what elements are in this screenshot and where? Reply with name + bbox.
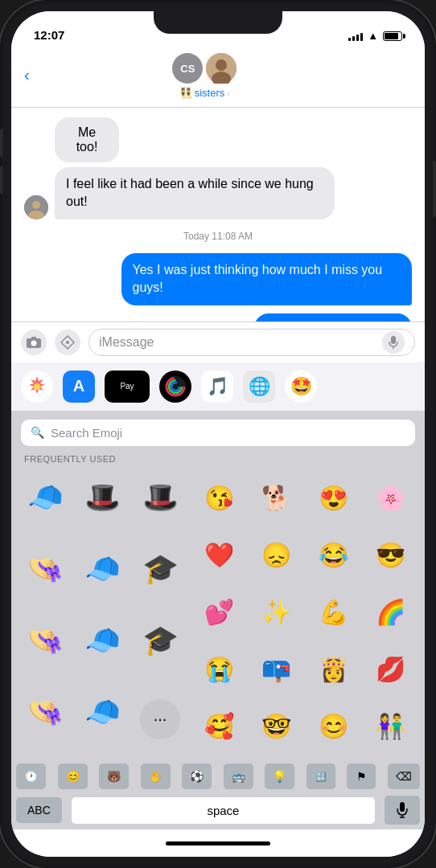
list-item[interactable]: 🎓 bbox=[132, 612, 187, 668]
list-item[interactable]: 😊 bbox=[306, 698, 361, 754]
memoji-icon[interactable]: 🤩 bbox=[285, 371, 317, 403]
header-center[interactable]: CS 👯 sisters › bbox=[172, 53, 237, 99]
globe-emoji: 🌐 bbox=[249, 376, 270, 397]
delete-key[interactable]: ⌫ bbox=[388, 764, 420, 789]
svg-point-7 bbox=[31, 340, 37, 346]
list-item[interactable]: 🤓 bbox=[249, 698, 304, 754]
applepay-label: Pay bbox=[120, 382, 134, 391]
signal-bar-4 bbox=[360, 33, 363, 41]
flags-key[interactable]: ⚑ bbox=[347, 764, 376, 789]
hand-key[interactable]: ✋ bbox=[141, 764, 171, 789]
space-key[interactable]: space bbox=[72, 797, 375, 824]
list-item[interactable]: ✨ bbox=[249, 584, 304, 640]
volume-down-button[interactable] bbox=[0, 166, 3, 194]
list-item[interactable]: 😞 bbox=[249, 527, 304, 583]
list-item[interactable]: 💕 bbox=[191, 584, 247, 640]
list-item[interactable]: 🌈 bbox=[363, 584, 418, 640]
list-item[interactable]: 🧢 bbox=[18, 470, 73, 526]
emoji-search-bar[interactable]: 🔍 Search Emoji bbox=[21, 420, 415, 446]
voice-input-icon[interactable] bbox=[382, 331, 405, 354]
svg-rect-18 bbox=[400, 802, 405, 812]
list-item[interactable]: 👸 bbox=[306, 641, 361, 697]
list-item[interactable]: 🧢 bbox=[75, 541, 130, 596]
list-item[interactable]: ❤️ bbox=[191, 527, 247, 583]
list-item[interactable]: 👒 bbox=[18, 684, 73, 739]
svg-point-1 bbox=[216, 59, 227, 71]
keyboard-bottom-bar: ABC space bbox=[16, 796, 420, 825]
list-item[interactable]: 🐕 bbox=[249, 470, 304, 526]
photos-app-icon[interactable] bbox=[21, 371, 53, 403]
avatar-row: CS bbox=[172, 53, 237, 84]
symbols-key[interactable]: 🔣 bbox=[306, 764, 335, 789]
list-item[interactable]: 😭 bbox=[191, 641, 247, 697]
list-item[interactable]: 🥰 bbox=[191, 698, 247, 754]
list-item[interactable]: 😂 bbox=[306, 527, 361, 583]
animal-key[interactable]: 🐻 bbox=[99, 764, 129, 789]
list-item: I feel like it had been a while since we… bbox=[24, 167, 335, 219]
list-item[interactable]: 🎩 bbox=[132, 470, 187, 526]
svg-rect-8 bbox=[31, 337, 36, 339]
music-icon[interactable]: 🎵 bbox=[201, 371, 233, 403]
avatar-photo bbox=[206, 53, 237, 84]
appstore-icon[interactable]: A bbox=[63, 371, 95, 403]
list-item[interactable]: 💋 bbox=[363, 641, 418, 697]
list-item[interactable]: 👒 bbox=[18, 541, 73, 596]
list-item[interactable]: 😎 bbox=[363, 527, 418, 583]
list-item[interactable]: 😍 bbox=[306, 470, 361, 526]
list-item[interactable]: 🧢 bbox=[75, 684, 130, 739]
home-indicator[interactable] bbox=[11, 829, 425, 857]
list-item[interactable]: 🎩 bbox=[75, 470, 130, 526]
chevron-right-icon: › bbox=[227, 88, 230, 98]
phone-screen: 12:07 ▲ ‹ bbox=[11, 11, 425, 857]
timestamp: Today 11:08 AM bbox=[24, 231, 412, 242]
svg-rect-10 bbox=[391, 336, 396, 344]
bubble-me-too: Me too! bbox=[55, 117, 119, 162]
keyboard-icon-row: 🕐 😊 🐻 ✋ ⚽ 🚌 💡 🔣 ⚑ ⌫ bbox=[16, 764, 420, 789]
list-item[interactable]: 💪 bbox=[306, 584, 361, 640]
back-chevron-icon: ‹ bbox=[24, 66, 30, 84]
app-icons-row: A Pay 🎵 🌐 bbox=[11, 362, 425, 411]
battery-fill bbox=[385, 33, 398, 39]
group-name[interactable]: 👯 sisters › bbox=[179, 87, 230, 99]
signal-bar-2 bbox=[352, 36, 355, 41]
bubble-outgoing-2: Looking forward to walk bbox=[254, 313, 412, 321]
memoji-emoji: 🤩 bbox=[290, 376, 312, 397]
list-item[interactable]: 🌸 bbox=[363, 470, 418, 526]
smiley-key[interactable]: 😊 bbox=[58, 764, 88, 789]
avatar bbox=[24, 195, 48, 219]
freq-used-label: FREQUENTLY USED bbox=[11, 451, 425, 470]
emoji-picker: 🔍 Search Emoji FREQUENTLY USED 🧢 🎩 🎩 👒 🧢… bbox=[11, 411, 425, 829]
list-item[interactable]: 🎓 bbox=[132, 541, 187, 596]
activity-icon[interactable] bbox=[159, 371, 191, 403]
camera-button[interactable] bbox=[21, 330, 47, 355]
list-item[interactable]: 📪 bbox=[249, 641, 304, 697]
notch bbox=[154, 11, 282, 34]
list-item[interactable]: 🧢 bbox=[75, 612, 130, 668]
power-button[interactable] bbox=[433, 161, 436, 217]
music-emoji: 🎵 bbox=[207, 376, 228, 397]
list-item[interactable]: 😘 bbox=[191, 470, 247, 526]
svg-point-4 bbox=[32, 201, 40, 209]
objects-key[interactable]: 💡 bbox=[265, 764, 294, 789]
status-time: 12:07 bbox=[34, 28, 64, 42]
keyboard-bottom: 🕐 😊 🐻 ✋ ⚽ 🚌 💡 🔣 ⚑ ⌫ ABC space bbox=[11, 757, 425, 829]
phone-frame: 12:07 ▲ ‹ bbox=[0, 0, 436, 868]
avatar-cs: CS bbox=[172, 53, 203, 84]
applepay-icon[interactable]: Pay bbox=[105, 371, 150, 403]
list-item[interactable]: 👒 bbox=[18, 612, 73, 668]
travel-key[interactable]: 🚌 bbox=[224, 764, 253, 789]
clock-key[interactable]: 🕐 bbox=[16, 764, 46, 789]
list-item[interactable]: ··· bbox=[140, 699, 180, 739]
sports-key[interactable]: ⚽ bbox=[182, 764, 212, 789]
nav-header: ‹ CS 👯 sist bbox=[11, 47, 425, 108]
abc-key[interactable]: ABC bbox=[16, 797, 62, 823]
imessage-input[interactable]: iMessage bbox=[88, 329, 415, 356]
browser-icon[interactable]: 🌐 bbox=[243, 371, 275, 403]
signal-bar-1 bbox=[348, 38, 351, 41]
apps-button[interactable] bbox=[55, 330, 80, 355]
volume-up-button[interactable] bbox=[0, 129, 3, 158]
list-item[interactable]: 👫 bbox=[363, 698, 418, 754]
back-button[interactable]: ‹ bbox=[24, 68, 30, 84]
mic-key[interactable] bbox=[385, 796, 420, 825]
appstore-label: A bbox=[73, 377, 84, 395]
